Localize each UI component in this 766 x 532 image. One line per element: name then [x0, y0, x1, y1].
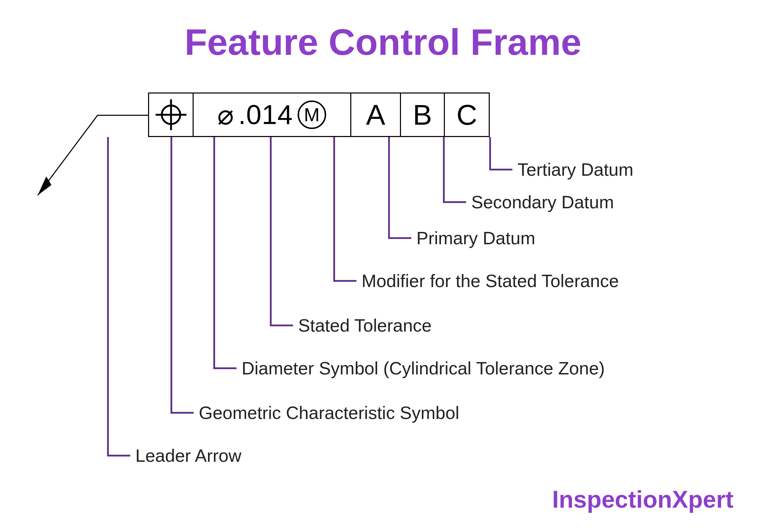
leader-stub — [98, 115, 148, 116]
diameter-symbol-icon: ⌀ — [217, 99, 234, 131]
tolerance-cell: ⌀ .014 M — [194, 94, 351, 136]
callout-secondary-datum: Secondary Datum — [471, 192, 614, 212]
callout-tertiary-datum: Tertiary Datum — [518, 159, 633, 180]
svg-text:M: M — [304, 104, 320, 125]
tertiary-datum-cell: C — [445, 94, 489, 136]
brand-logo: InspectionXpert — [552, 486, 733, 513]
callout-diameter: Diameter Symbol (Cylindrical Tolerance Z… — [242, 358, 605, 379]
tolerance-value: .014 — [238, 99, 293, 131]
callout-leader-arrow: Leader Arrow — [135, 445, 241, 466]
connector-lines — [0, 0, 766, 532]
primary-datum-cell: A — [351, 94, 401, 136]
svg-marker-6 — [38, 176, 51, 195]
secondary-datum-cell: B — [401, 94, 445, 136]
modifier-circle-icon: M — [297, 100, 327, 129]
callout-stated-tolerance: Stated Tolerance — [298, 315, 431, 336]
callout-primary-datum: Primary Datum — [416, 228, 535, 248]
position-symbol-icon — [156, 99, 186, 130]
geometric-characteristic-cell — [149, 94, 194, 136]
logo-part2: Xpert — [672, 486, 733, 513]
svg-line-5 — [38, 115, 98, 195]
logo-part1: Inspection — [552, 486, 672, 513]
page-title: Feature Control Frame — [0, 21, 766, 63]
callout-modifier: Modifier for the Stated Tolerance — [362, 271, 619, 291]
feature-control-frame: ⌀ .014 M A B C — [148, 92, 490, 137]
callout-geometric-char: Geometric Characteristic Symbol — [199, 403, 459, 423]
